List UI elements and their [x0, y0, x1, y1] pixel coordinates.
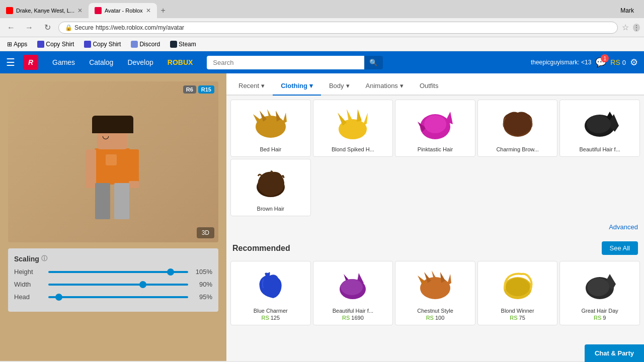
tab-youtube-close-icon[interactable]: ✕	[77, 7, 83, 14]
roblox-nav-links: Games Catalog Develop ROBUX	[46, 55, 199, 69]
see-all-button[interactable]: See All	[602, 241, 638, 255]
settings-icon[interactable]: ⚙	[630, 57, 638, 68]
avatar-right-leg	[114, 183, 129, 219]
tab-body[interactable]: Body ▾	[321, 77, 358, 96]
items-grid: Bed Hair Blond Spiked H...	[226, 96, 644, 220]
item-thumbnail-charming-brown	[495, 104, 540, 144]
item-name-bed-hair: Bed Hair	[260, 146, 281, 152]
roblox-favicon-icon	[95, 7, 102, 14]
list-item[interactable]: Great Hair Day RS 9	[559, 261, 640, 325]
chrome-menu-icon[interactable]: ⋮	[633, 24, 640, 32]
width-thumb[interactable]	[139, 281, 146, 288]
list-item[interactable]: Pinktastic Hair	[395, 100, 475, 157]
chat-notification-icon[interactable]: 💬 1	[595, 57, 606, 68]
roblox-logo[interactable]: R	[23, 55, 38, 70]
search-input[interactable]	[207, 56, 364, 69]
main-content: R6 R15 ◡	[0, 73, 644, 361]
height-label: Height	[14, 268, 44, 276]
nav-develop[interactable]: Develop	[121, 55, 159, 69]
tab-clothing[interactable]: Clothing ▾	[273, 77, 321, 96]
forward-button[interactable]: →	[22, 21, 36, 35]
tab-bar: Drake, Kanye West, L... ✕ Avatar - Roblo…	[0, 0, 644, 18]
tab-roblox-close-icon[interactable]: ✕	[146, 7, 151, 14]
address-bar[interactable]: 🔒 Secure https://web.roblox.com/my/avata…	[58, 22, 618, 34]
apps-icon: ⊞	[7, 41, 12, 48]
r6-badge[interactable]: R6	[183, 85, 196, 94]
nav-catalog[interactable]: Catalog	[83, 55, 119, 69]
price-value-beautiful-purple: 1690	[351, 315, 363, 321]
list-item[interactable]: Beautiful Hair f...	[559, 100, 640, 157]
avatar-left-arm	[86, 149, 96, 182]
item-name-blond: Blond Spiked H...	[332, 146, 374, 152]
robux-icon: RS	[610, 58, 620, 66]
scaling-panel: Scaling ⓘ Height 105% Width	[8, 248, 218, 312]
bookmark-copy-shirt-1-label: Copy Shirt	[46, 41, 74, 48]
bookmark-discord-label: Discord	[139, 41, 160, 48]
list-item[interactable]: Blue Charmer RS 125	[230, 261, 311, 325]
item-thumbnail-chestnut	[413, 265, 458, 306]
refresh-button[interactable]: ↻	[40, 21, 54, 35]
bookmark-apps[interactable]: ⊞ Apps	[4, 40, 30, 49]
list-item[interactable]: Blond Spiked H...	[313, 100, 393, 157]
browser-nav-bar: ← → ↻ 🔒 Secure https://web.roblox.com/my…	[0, 18, 644, 37]
head-slider[interactable]	[48, 296, 188, 298]
head-thumb[interactable]	[55, 294, 62, 301]
height-slider[interactable]	[48, 271, 188, 273]
nav-robux[interactable]: ROBUX	[162, 55, 199, 69]
width-pct: 90%	[192, 281, 212, 288]
scaling-title: Scaling ⓘ	[14, 254, 212, 263]
height-thumb[interactable]	[167, 268, 174, 276]
width-slider[interactable]	[48, 284, 188, 286]
avatar-viewport: R6 R15 ◡	[8, 81, 218, 242]
item-price-blond-winner: RS 75	[510, 315, 525, 321]
bookmark-copy-shirt-2[interactable]: Copy Shirt	[81, 40, 124, 49]
item-name-beautiful-purple: Beautiful Hair f...	[333, 308, 373, 314]
width-row: Width 90%	[14, 281, 212, 288]
lock-icon: 🔒	[65, 24, 72, 31]
tab-youtube-title: Drake, Kanye West, L...	[16, 8, 74, 14]
tab-youtube[interactable]: Drake, Kanye West, L... ✕	[0, 3, 89, 18]
avatar-hair	[92, 116, 133, 133]
list-item[interactable]: Brown Hair	[230, 159, 311, 216]
scaling-info-icon[interactable]: ⓘ	[41, 254, 47, 263]
bookmark-steam[interactable]: Steam	[167, 40, 199, 49]
list-item[interactable]: Chestnut Style RS 100	[395, 261, 475, 325]
tab-roblox[interactable]: Avatar - Roblox ✕	[89, 3, 157, 18]
advanced-link[interactable]: Advanced	[609, 223, 638, 231]
robux-amount: 0	[622, 59, 626, 66]
new-tab-button[interactable]: +	[157, 6, 170, 15]
item-name-pink: Pinktastic Hair	[418, 146, 453, 152]
search-button[interactable]: 🔍	[364, 56, 383, 69]
advanced-link-container: Advanced	[226, 220, 644, 235]
svg-marker-10	[363, 113, 368, 126]
robux-price-icon-2: RS	[342, 315, 350, 321]
list-item[interactable]: Blond Winner RS 75	[477, 261, 558, 325]
bookmark-button[interactable]: ☆	[622, 23, 629, 32]
mode-badges: R6 R15	[183, 85, 214, 94]
tab-outfits[interactable]: Outfits	[412, 77, 447, 96]
svg-point-24	[341, 279, 363, 295]
r15-badge[interactable]: R15	[198, 85, 214, 94]
tab-recent[interactable]: Recent ▾	[230, 77, 273, 96]
svg-point-32	[506, 278, 530, 296]
tab-animations[interactable]: Animations ▾	[358, 77, 412, 96]
bookmark-copy-shirt-1[interactable]: Copy Shirt	[34, 40, 77, 49]
chat-party-bar[interactable]: Chat & Party	[585, 344, 644, 362]
item-price-blue-charmer: RS 125	[261, 315, 280, 321]
item-price-chestnut: RS 100	[426, 315, 445, 321]
3d-mode-button[interactable]: 3D	[197, 227, 214, 238]
list-item[interactable]: Charming Brow...	[477, 100, 558, 157]
hamburger-menu-icon[interactable]: ☰	[6, 56, 15, 68]
robux-price-icon-5: RS	[594, 315, 601, 321]
height-row: Height 105%	[14, 268, 212, 276]
list-item[interactable]: Beautiful Hair f... RS 1690	[313, 261, 393, 325]
item-name-great-hair: Great Hair Day	[582, 308, 618, 314]
robux-price-icon-3: RS	[426, 315, 434, 321]
bookmark-discord[interactable]: Discord	[128, 40, 163, 49]
back-button[interactable]: ←	[4, 21, 18, 35]
nav-games[interactable]: Games	[46, 55, 81, 69]
item-name-chestnut: Chestnut Style	[417, 308, 453, 314]
list-item[interactable]: Bed Hair	[230, 100, 311, 157]
browser-chrome: Drake, Kanye West, L... ✕ Avatar - Roblo…	[0, 0, 644, 51]
roblox-header: ☰ R Games Catalog Develop ROBUX 🔍 theepi…	[0, 51, 644, 73]
